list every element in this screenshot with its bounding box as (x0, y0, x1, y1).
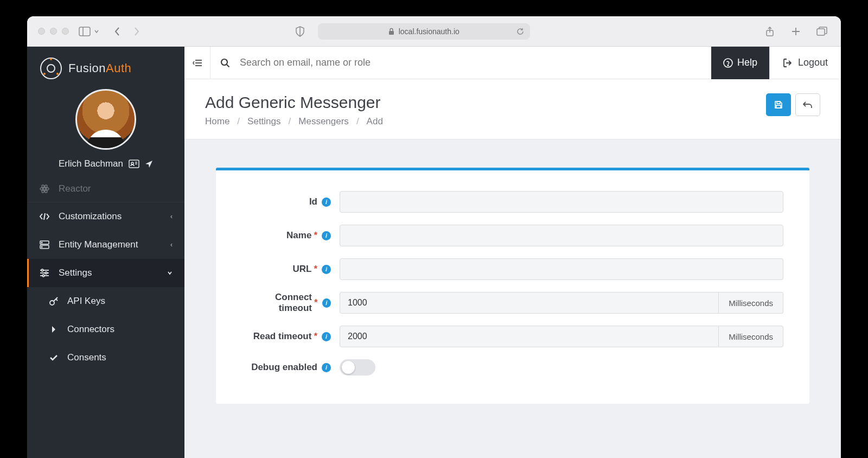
sidebar-subitem-consents[interactable]: Consents (27, 344, 184, 372)
user-profile[interactable]: Erlich Bachman (27, 85, 184, 182)
svg-point-27 (42, 275, 44, 277)
svg-point-35 (221, 59, 227, 65)
id-card-icon[interactable] (129, 160, 139, 168)
svg-point-26 (45, 272, 47, 274)
sidebar-item-customizations[interactable]: Customizations ‹ (27, 202, 184, 231)
chevron-right-icon (49, 326, 59, 333)
sidebar-item-settings[interactable]: Settings (27, 259, 184, 287)
address-text: local.fusionauth.io (399, 27, 459, 36)
browser-sidebar-toggle[interactable] (79, 27, 99, 36)
nav: Reactor Customizations ‹ Entity Manageme… (27, 182, 184, 458)
search-input[interactable] (240, 57, 701, 68)
privacy-shield-icon[interactable] (292, 24, 308, 39)
info-icon[interactable]: i (322, 298, 331, 308)
key-icon (49, 296, 59, 306)
logo-text: FusionAuth (68, 61, 131, 75)
info-icon[interactable]: i (322, 363, 331, 372)
name-input[interactable] (340, 225, 783, 246)
reactor-icon (39, 184, 50, 194)
read-timeout-input[interactable] (340, 326, 719, 347)
chevron-down-icon (167, 271, 173, 275)
sidebar: FusionAuth Erlich Bachman Reactor Custom… (27, 47, 184, 458)
form-row-debug: Debug enabledi (242, 359, 783, 376)
sidebar-collapse-button[interactable] (184, 47, 210, 79)
user-name: Erlich Bachman (59, 158, 123, 169)
check-icon (49, 354, 59, 361)
info-icon[interactable]: i (322, 198, 331, 207)
unit-label: Milliseconds (719, 292, 783, 314)
new-tab-icon[interactable] (788, 24, 804, 39)
save-icon (774, 100, 783, 109)
logout-icon (783, 58, 793, 68)
form-panel-wrap: Idi Name*i URL*i Connect timeout*i (184, 139, 841, 404)
svg-point-25 (41, 269, 43, 271)
search-icon (220, 58, 230, 68)
svg-rect-41 (776, 105, 781, 108)
form-row-url: URL*i (242, 258, 783, 280)
svg-rect-9 (129, 160, 139, 168)
browser-forward-button[interactable] (129, 24, 145, 39)
help-icon (723, 58, 733, 68)
svg-rect-3 (389, 31, 394, 35)
sidebar-subitem-api-keys[interactable]: API Keys (27, 287, 184, 315)
save-button[interactable] (766, 93, 791, 116)
form-row-id: Idi (242, 191, 783, 213)
code-icon (39, 213, 50, 220)
form-row-connect-timeout: Connect timeout*i Milliseconds (242, 292, 783, 314)
browser-back-button[interactable] (109, 24, 125, 39)
debug-toggle[interactable] (340, 359, 375, 376)
lock-icon (388, 28, 394, 35)
breadcrumb-item[interactable]: Messengers (298, 116, 349, 127)
share-icon[interactable] (762, 24, 778, 39)
topbar: Help Logout (184, 47, 841, 79)
address-bar[interactable]: local.fusionauth.io (318, 23, 530, 40)
form-panel: Idi Name*i URL*i Connect timeout*i (216, 168, 809, 404)
logout-button[interactable]: Logout (769, 47, 841, 79)
logo-mark-icon (40, 58, 62, 79)
svg-line-30 (56, 299, 58, 301)
svg-marker-31 (52, 326, 55, 333)
back-button[interactable] (795, 93, 820, 116)
sidebar-item-reactor[interactable]: Reactor (27, 182, 184, 202)
traffic-minimize[interactable] (50, 28, 57, 35)
connect-timeout-input[interactable] (340, 292, 719, 314)
traffic-lights (38, 28, 69, 35)
svg-point-20 (41, 242, 42, 243)
svg-line-36 (227, 65, 229, 67)
avatar (75, 89, 136, 150)
location-icon[interactable] (145, 160, 153, 168)
traffic-maximize[interactable] (62, 28, 69, 35)
chevron-left-icon: ‹ (170, 241, 173, 249)
page-header: Add Generic Messenger Home / Settings / … (184, 79, 841, 139)
chevron-left-icon: ‹ (170, 213, 173, 220)
breadcrumb-item[interactable]: Settings (247, 116, 280, 127)
info-icon[interactable]: i (322, 231, 331, 240)
svg-point-10 (131, 162, 133, 164)
help-button[interactable]: Help (711, 47, 769, 79)
logo[interactable]: FusionAuth (27, 47, 184, 85)
sidebar-subitem-connectors[interactable]: Connectors (27, 315, 184, 344)
info-icon[interactable]: i (322, 265, 331, 274)
svg-line-17 (44, 213, 45, 220)
sliders-icon (39, 269, 50, 277)
traffic-close[interactable] (38, 28, 45, 35)
svg-rect-8 (817, 29, 825, 35)
search-wrap (210, 57, 711, 68)
form-row-name: Name*i (242, 225, 783, 246)
svg-rect-40 (777, 101, 780, 104)
reload-icon[interactable] (516, 27, 525, 36)
svg-point-38 (727, 65, 729, 66)
info-icon[interactable]: i (322, 332, 331, 341)
breadcrumb-item: Add (367, 116, 383, 127)
svg-rect-0 (79, 27, 90, 36)
server-icon (39, 240, 50, 249)
undo-icon (803, 101, 813, 109)
svg-point-13 (43, 188, 46, 190)
id-input[interactable] (340, 191, 783, 213)
tabs-overview-icon[interactable] (814, 24, 830, 39)
url-input[interactable] (340, 258, 783, 280)
browser-window: local.fusionauth.io FusionAuth Erlich Ba… (27, 16, 841, 458)
sidebar-item-entity-management[interactable]: Entity Management ‹ (27, 231, 184, 259)
breadcrumb-item[interactable]: Home (205, 116, 229, 127)
form-row-read-timeout: Read timeout*i Milliseconds (242, 326, 783, 347)
